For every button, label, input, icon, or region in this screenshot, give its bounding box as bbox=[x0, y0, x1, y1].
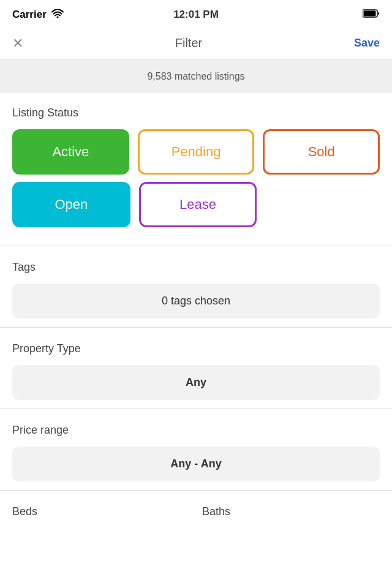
tags-label: Tags bbox=[12, 261, 380, 274]
carrier-label: Carrier bbox=[12, 9, 47, 21]
active-button[interactable]: Active bbox=[12, 129, 129, 175]
open-button[interactable]: Open bbox=[12, 182, 130, 227]
status-buttons-container: Active Pending Sold Open Lease bbox=[12, 129, 380, 227]
property-type-section: Property Type Any bbox=[0, 330, 392, 406]
baths-column: Baths bbox=[202, 505, 380, 523]
svg-point-0 bbox=[56, 17, 58, 18]
price-range-label: Price range bbox=[12, 424, 380, 437]
divider-2 bbox=[0, 327, 392, 328]
divider-1 bbox=[0, 246, 392, 246]
pending-button[interactable]: Pending bbox=[138, 129, 255, 175]
status-bar: Carrier 12:01 PM bbox=[0, 0, 392, 27]
baths-label: Baths bbox=[202, 505, 380, 518]
price-range-section: Price range Any - Any bbox=[0, 412, 392, 488]
property-type-label: Property Type bbox=[12, 342, 380, 355]
carrier-wifi: Carrier bbox=[12, 9, 64, 21]
nav-bar: ✕ Filter Save bbox=[0, 27, 392, 60]
status-row-1: Active Pending Sold bbox=[12, 129, 380, 175]
listing-status-label: Listing Status bbox=[12, 107, 380, 119]
price-range-button[interactable]: Any - Any bbox=[12, 447, 380, 481]
matched-listings-banner: 9,583 matched listings bbox=[0, 60, 392, 93]
svg-rect-2 bbox=[364, 11, 376, 17]
beds-label: Beds bbox=[12, 505, 190, 518]
close-button[interactable]: ✕ bbox=[12, 36, 23, 51]
nav-title: Filter bbox=[175, 36, 202, 50]
matched-count: 9,583 matched listings bbox=[147, 71, 244, 81]
status-row-2: Open Lease bbox=[12, 182, 380, 227]
beds-baths-section: Beds Baths bbox=[0, 493, 392, 529]
tags-button[interactable]: 0 tags chosen bbox=[12, 284, 380, 318]
divider-3 bbox=[0, 409, 392, 409]
divider-4 bbox=[0, 490, 392, 491]
battery-icon bbox=[363, 9, 380, 20]
property-type-button[interactable]: Any bbox=[12, 365, 380, 400]
lease-button[interactable]: Lease bbox=[139, 182, 257, 227]
save-button[interactable]: Save bbox=[354, 37, 380, 50]
beds-column: Beds bbox=[12, 505, 190, 523]
tags-section: Tags 0 tags chosen bbox=[0, 249, 392, 325]
wifi-icon bbox=[51, 9, 64, 21]
status-time: 12:01 PM bbox=[173, 9, 219, 21]
sold-button[interactable]: Sold bbox=[263, 129, 380, 175]
listing-status-section: Listing Status Active Pending Sold Open … bbox=[0, 93, 392, 243]
